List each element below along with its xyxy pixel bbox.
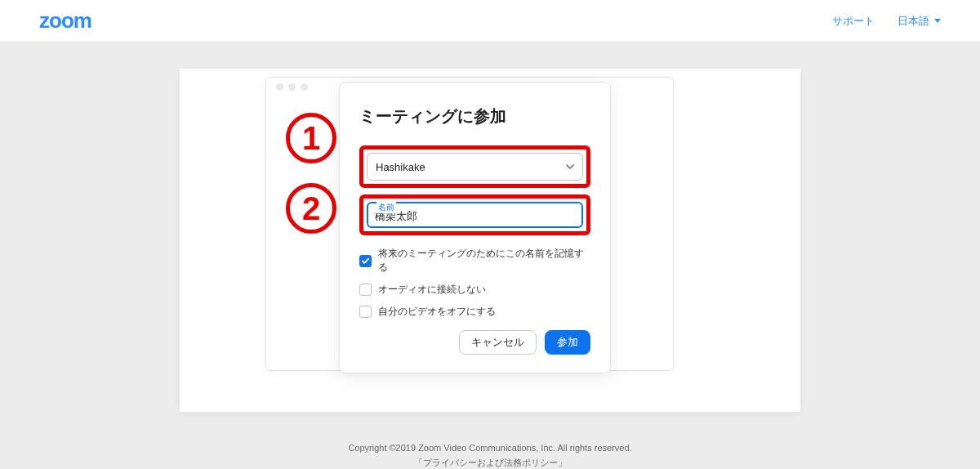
window-dot (301, 83, 308, 91)
name-highlight: 名前 (359, 194, 590, 235)
meeting-id-highlight: Hashikake (359, 145, 590, 188)
video-off-option[interactable]: 自分のビデオをオフにする (359, 305, 590, 319)
support-link[interactable]: サポート (832, 14, 875, 29)
dialog-title: ミーティングに参加 (359, 105, 590, 127)
cancel-button[interactable]: キャンセル (459, 330, 537, 355)
copyright-text: Copyright ©2019 Zoom Video Communication… (0, 441, 980, 456)
chevron-down-icon (566, 164, 574, 169)
language-label: 日本語 (898, 14, 929, 29)
checkbox-checked-icon (359, 255, 372, 267)
meeting-id-value: Hashikake (376, 161, 425, 173)
remember-name-label: 将来のミーティングのためにこの名前を記憶する (378, 247, 590, 275)
top-bar: zoom サポート 日本語 (0, 0, 980, 42)
privacy-link[interactable]: 「プライバシーおよび法務ポリシー」 (0, 456, 980, 469)
name-field-wrapper: 名前 (367, 202, 583, 228)
name-input[interactable] (375, 211, 575, 223)
remember-name-option[interactable]: 将来のミーティングのためにこの名前を記憶する (359, 247, 590, 275)
caret-down-icon (934, 19, 941, 23)
language-selector[interactable]: 日本語 (898, 14, 941, 29)
annotation-badge-1: 1 (286, 113, 336, 163)
window-dot (288, 83, 296, 91)
no-audio-option[interactable]: オーディオに接続しない (359, 283, 590, 297)
name-field-label: 名前 (376, 202, 396, 213)
zoom-logo: zoom (39, 8, 91, 34)
annotation-badge-2: 2 (286, 183, 336, 234)
page-footer: Copyright ©2019 Zoom Video Communication… (0, 441, 980, 469)
top-bar-right: サポート 日本語 (832, 14, 941, 29)
join-meeting-dialog: ミーティングに参加 Hashikake 名前 将来のミーティングのためにこの名前… (339, 82, 611, 373)
checkbox-empty-icon (359, 284, 372, 296)
checkbox-empty-icon (359, 306, 372, 318)
meeting-id-select[interactable]: Hashikake (367, 153, 583, 181)
video-off-label: 自分のビデオをオフにする (378, 305, 496, 319)
dialog-actions: キャンセル 参加 (359, 330, 590, 355)
window-dot (276, 83, 283, 91)
no-audio-label: オーディオに接続しない (378, 283, 486, 297)
options-list: 将来のミーティングのためにこの名前を記憶する オーディオに接続しない 自分のビデ… (359, 247, 590, 319)
content-stage: 1 2 ミーティングに参加 Hashikake 名前 将来のミーティングのために… (180, 69, 800, 412)
join-button[interactable]: 参加 (545, 330, 590, 355)
